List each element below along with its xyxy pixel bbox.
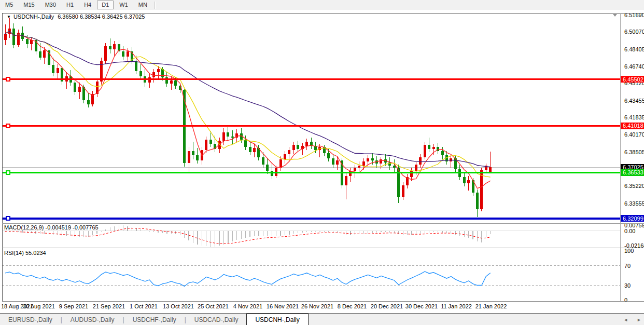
rsi-axis-label: 0 [624, 297, 627, 303]
tab-usdcnh[interactable]: USDCNH-,Daily [246, 314, 308, 325]
mt4-window: M5M15M30H1H4D1W1MN 6.516906.500706.48405… [0, 0, 644, 325]
symbol-dropdown-icon[interactable]: ▼ [7, 15, 11, 19]
macd-values: -0.004519 -0.007765 [45, 224, 98, 231]
hline-handle[interactable] [6, 216, 10, 220]
svg-text:6.43455: 6.43455 [624, 98, 644, 104]
svg-text:25 Oct 2021: 25 Oct 2021 [198, 303, 229, 309]
price-axis: 6.516906.500706.484056.467406.451206.434… [624, 12, 644, 207]
svg-text:6.50070: 6.50070 [624, 29, 644, 35]
rsi-indicator-label: RSI(14) 55.0234 [4, 250, 46, 256]
tab-usdchf[interactable]: USDCHF-,Daily [124, 314, 185, 325]
svg-text:16 Nov 2021: 16 Nov 2021 [267, 303, 299, 309]
svg-text:6.48405: 6.48405 [624, 46, 644, 52]
svg-text:30 Dec 2021: 30 Dec 2021 [405, 303, 438, 309]
tab-eurusd[interactable]: EURUSD-,Daily [0, 314, 61, 325]
tab-scrollers: ◄ ► [623, 314, 641, 325]
svg-text:6.35220: 6.35220 [624, 183, 644, 189]
tab-audusd[interactable]: AUDUSD-,Daily [62, 314, 123, 325]
svg-text:6.33555: 6.33555 [624, 200, 644, 207]
svg-text:4 Nov 2021: 4 Nov 2021 [233, 303, 262, 309]
moving-average-slow [5, 31, 491, 167]
svg-text:21 Jan 2022: 21 Jan 2022 [475, 303, 507, 309]
candlestick-chart[interactable]: 6.516906.500706.484056.467406.451206.434… [0, 0, 644, 325]
rsi-name: RSI(14) [4, 250, 24, 256]
svg-text:6.41018: 6.41018 [623, 123, 643, 129]
macd-name: MACD(12,26,9) [4, 224, 44, 231]
panel-borders [2, 13, 644, 301]
svg-text:6.45502: 6.45502 [623, 76, 643, 83]
svg-text:21 Sep 2021: 21 Sep 2021 [93, 303, 125, 309]
svg-text:6.38505: 6.38505 [624, 149, 644, 155]
svg-text:6.46740: 6.46740 [624, 63, 644, 70]
hline-handle[interactable] [6, 124, 10, 128]
date-axis: 18 Aug 202130 Aug 20219 Sep 202121 Sep 2… [1, 303, 507, 309]
chart-ohlc-values: 6.36580 6.38534 6.36425 6.37025 [58, 13, 145, 20]
rsi-axis-label: 100 [624, 248, 634, 254]
svg-text:11 Jan 2022: 11 Jan 2022 [441, 303, 472, 309]
chart-shift-marker-icon [613, 14, 617, 17]
chart-symbol-period: USDCNH-,Daily [13, 13, 54, 20]
rsi-axis-label: 30 [624, 282, 631, 289]
tab-scroll-right-icon[interactable]: ► [637, 317, 641, 322]
hline-handle[interactable] [6, 171, 10, 174]
chart-title: ▼USDCNH-,Daily6.36580 6.38534 6.36425 6.… [7, 13, 145, 20]
svg-text:6.36533: 6.36533 [623, 169, 643, 175]
svg-text:6.32099: 6.32099 [623, 215, 643, 222]
candles-group [4, 18, 492, 217]
macd-indicator-label: MACD(12,26,9) -0.004519 -0.007765 [4, 224, 99, 231]
svg-text:26 Nov 2021: 26 Nov 2021 [301, 303, 333, 309]
svg-text:6.41835: 6.41835 [624, 114, 644, 120]
moving-average-fast [5, 31, 491, 188]
rsi-value: 55.0234 [25, 250, 46, 256]
svg-text:9 Sep 2021: 9 Sep 2021 [59, 303, 88, 309]
tab-scroll-left-icon[interactable]: ◄ [623, 317, 628, 322]
tab-usdcad[interactable]: USDCAD-,Daily [186, 314, 247, 325]
macd-axis-label: 0.00 [624, 228, 635, 234]
rsi-line [5, 272, 491, 287]
rsi-axis-label: 70 [624, 263, 631, 269]
svg-text:13 Oct 2021: 13 Oct 2021 [163, 303, 194, 309]
svg-text:8 Dec 2021: 8 Dec 2021 [338, 303, 367, 309]
hline-handle[interactable] [6, 77, 10, 81]
svg-text:1 Oct 2021: 1 Oct 2021 [130, 303, 158, 309]
chart-tabs-bar: EURUSD-,Daily|AUDUSD-,Daily|USDCHF-,Dail… [0, 313, 644, 325]
moving-average-mid [5, 31, 491, 177]
svg-text:20 Dec 2021: 20 Dec 2021 [371, 303, 403, 309]
svg-text:30 Aug 2021: 30 Aug 2021 [23, 303, 55, 309]
svg-text:6.40170: 6.40170 [624, 131, 644, 138]
